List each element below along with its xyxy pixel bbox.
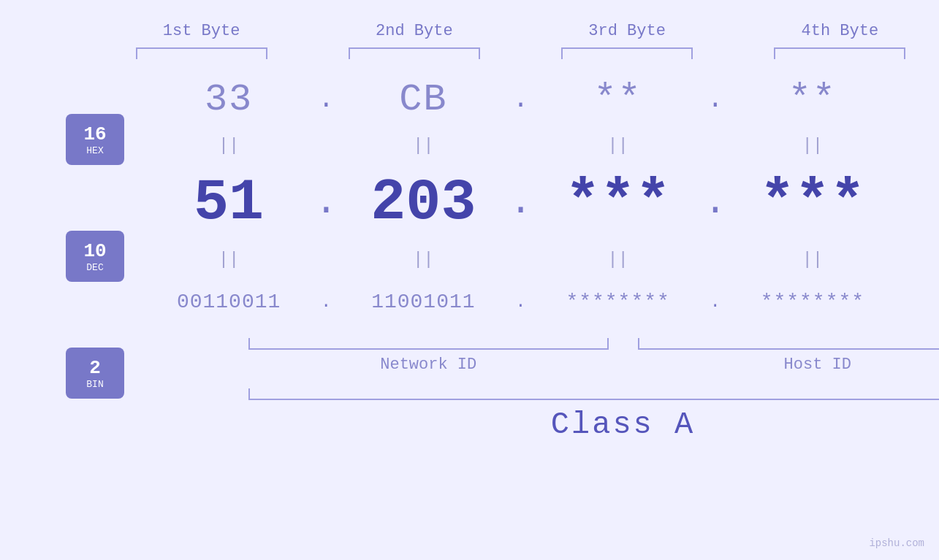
eq1-b4: || <box>730 136 895 156</box>
watermark: ipshu.com <box>869 537 924 549</box>
eq2-b1: || <box>146 250 311 269</box>
bracket-top-4 <box>774 47 905 59</box>
dec-b4-cell: *** <box>730 169 895 236</box>
class-label: Class A <box>551 407 695 442</box>
dec-b2-cell: 203 <box>341 169 506 236</box>
dec-dot3: . <box>701 181 730 224</box>
bin-dot2: . <box>506 292 536 312</box>
eq1-b1: || <box>146 136 311 156</box>
bin-b2-value: 11001011 <box>371 291 475 313</box>
dec-b1-value: 51 <box>194 169 264 236</box>
bin-b3-cell: ******** <box>536 291 701 313</box>
bracket-top-2 <box>349 47 480 59</box>
dec-badge-number: 10 <box>83 240 106 262</box>
bracket-cell-1 <box>95 47 308 59</box>
hex-dot2: . <box>506 85 536 115</box>
bin-badge-number: 2 <box>89 357 101 379</box>
bin-badge-label: BIN <box>86 379 103 390</box>
hex-badge-label: HEX <box>86 145 103 156</box>
label-gap <box>609 356 638 374</box>
bracket-cell-2 <box>308 47 520 59</box>
bin-dot3: . <box>701 292 730 312</box>
bracket-cell-4 <box>734 47 939 59</box>
eq1-b3: || <box>536 136 701 156</box>
bin-b3-value: ******** <box>566 291 669 313</box>
host-bracket <box>638 338 940 350</box>
eq2-b2: || <box>341 250 506 269</box>
dec-b1-cell: 51 <box>146 169 311 236</box>
bin-b4-cell: ******** <box>730 291 895 313</box>
eq2-b3: || <box>536 250 701 269</box>
byte4-header: 4th Byte <box>734 22 939 40</box>
dec-b3-cell: *** <box>536 169 701 236</box>
hex-badge-number: 16 <box>83 123 106 145</box>
dec-badge: 10 DEC <box>66 231 124 282</box>
network-id-label: Network ID <box>248 356 609 374</box>
eq1-b2: || <box>341 136 506 156</box>
hex-b1-value: 33 <box>205 78 253 121</box>
bin-b1-value: 00110011 <box>177 291 281 313</box>
hex-b4-value: ** <box>788 78 837 121</box>
hex-dot1: . <box>311 85 341 115</box>
network-bracket <box>248 338 609 350</box>
hex-b3-cell: ** <box>536 78 701 121</box>
bin-badge: 2 BIN <box>66 348 124 399</box>
bracket-top-3 <box>561 47 693 59</box>
bin-b1-cell: 00110011 <box>146 291 311 313</box>
hex-b3-value: ** <box>593 78 642 121</box>
equals-row-2: || || || || <box>146 246 895 272</box>
main-content: 16 HEX 10 DEC 2 BIN 33 . CB <box>44 66 895 545</box>
bin-row: 00110011 . 11001011 . ******** . *******… <box>146 272 895 331</box>
bin-b4-value: ******** <box>761 291 864 313</box>
hex-b1-cell: 33 <box>146 78 311 121</box>
bottom-brackets <box>248 338 939 350</box>
top-brackets <box>95 47 939 59</box>
byte2-header: 2nd Byte <box>308 22 520 40</box>
equals-row-1: || || || || <box>146 132 895 158</box>
hex-badge: 16 HEX <box>66 114 124 165</box>
hex-b4-cell: ** <box>730 78 895 121</box>
hex-dot3: . <box>701 85 730 115</box>
byte-headers: 1st Byte 2nd Byte 3rd Byte 4th Byte <box>95 22 939 40</box>
byte1-header: 1st Byte <box>95 22 308 40</box>
byte3-header: 3rd Byte <box>521 22 734 40</box>
hex-b2-value: CB <box>399 78 447 121</box>
bin-b2-cell: 11001011 <box>341 291 506 313</box>
hex-b2-cell: CB <box>341 78 506 121</box>
bottom-section: Network ID Host ID <box>248 338 939 388</box>
values-grid: 33 . CB . ** . ** || || <box>146 66 895 442</box>
class-bracket <box>248 388 939 400</box>
dec-badge-label: DEC <box>86 262 103 273</box>
eq2-b4: || <box>730 250 895 269</box>
dec-dot2: . <box>506 181 536 224</box>
dec-b4-value: *** <box>760 169 865 236</box>
dec-b2-value: 203 <box>370 169 476 236</box>
dec-b3-value: *** <box>566 169 671 236</box>
hex-row: 33 . CB . ** . ** <box>146 66 895 132</box>
bracket-gap <box>609 338 638 350</box>
badges-column: 16 HEX 10 DEC 2 BIN <box>44 66 146 431</box>
host-id-label: Host ID <box>638 356 940 374</box>
bracket-cell-3 <box>521 47 734 59</box>
main-container: 1st Byte 2nd Byte 3rd Byte 4th Byte 16 H… <box>0 0 939 560</box>
bin-dot1: . <box>311 292 341 312</box>
class-section: Class A <box>248 388 939 442</box>
dec-dot1: . <box>311 181 341 224</box>
bracket-top-1 <box>136 47 267 59</box>
id-labels: Network ID Host ID <box>248 356 939 374</box>
dec-row: 51 . 203 . *** . *** <box>146 158 895 246</box>
